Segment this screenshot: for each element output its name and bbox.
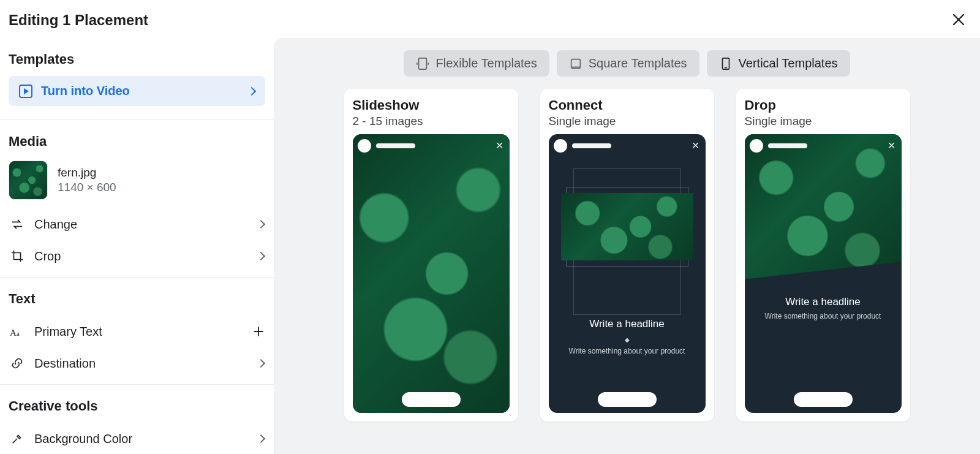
avatar xyxy=(358,139,371,153)
section-templates: Templates Turn into Video xyxy=(0,38,274,120)
plus-icon xyxy=(253,326,264,337)
media-item: fern.jpg 1140 × 600 xyxy=(9,158,265,208)
text-icon: Aa xyxy=(10,324,24,339)
tab-square[interactable]: Square Templates xyxy=(557,50,699,77)
tab-flexible-label: Flexible Templates xyxy=(435,56,537,70)
svg-text:a: a xyxy=(17,330,20,337)
preview-body: Write something about your product xyxy=(745,312,902,320)
body: Templates Turn into Video Media fern.jpg… xyxy=(0,38,980,454)
close-icon: × xyxy=(496,139,503,151)
section-title-media: Media xyxy=(9,134,265,149)
cta-pill xyxy=(402,392,461,407)
card-subtitle: Single image xyxy=(549,115,706,128)
tab-vertical-label: Vertical Templates xyxy=(739,56,838,70)
card-title: Connect xyxy=(549,97,706,113)
section-title-creative-tools: Creative tools xyxy=(9,398,265,414)
svg-rect-2 xyxy=(419,58,427,69)
section-title-text: Text xyxy=(9,291,265,307)
crop-icon xyxy=(10,249,24,263)
change-media-button[interactable]: Change xyxy=(9,208,265,240)
close-icon: × xyxy=(888,139,895,151)
template-tabs: Flexible Templates Square Templates Vert… xyxy=(292,50,962,77)
eyedropper-icon xyxy=(10,431,24,446)
tab-vertical[interactable]: Vertical Templates xyxy=(707,50,850,77)
template-card-connect[interactable]: Connect Single image × Write a headline … xyxy=(540,89,714,422)
preview-headline: Write a headline xyxy=(745,296,902,308)
close-button[interactable] xyxy=(949,11,968,29)
username-placeholder xyxy=(572,143,611,148)
media-filename: fern.jpg xyxy=(58,166,116,180)
chevron-right-icon xyxy=(257,252,265,260)
tab-square-label: Square Templates xyxy=(589,56,687,70)
primary-text-label: Primary Text xyxy=(34,325,102,339)
card-subtitle: 2 - 15 images xyxy=(353,115,510,128)
turn-into-video-left: Turn into Video xyxy=(19,84,130,98)
template-preview: × Write a headline ◆ Write something abo… xyxy=(549,134,706,413)
divider-icon: ◆ xyxy=(549,336,706,343)
preview-headline: Write a headline xyxy=(549,318,706,330)
section-title-templates: Templates xyxy=(9,51,265,67)
header: Editing 1 Placement xyxy=(0,0,980,38)
section-text: Text Aa Primary Text Destination xyxy=(0,278,274,385)
media-dimensions: 1140 × 600 xyxy=(58,181,116,194)
close-icon xyxy=(952,13,965,28)
username-placeholder xyxy=(768,143,807,148)
card-title: Slideshow xyxy=(353,97,510,113)
primary-text-button[interactable]: Aa Primary Text xyxy=(9,316,265,347)
bg-color-label: Background Color xyxy=(34,432,132,446)
svg-text:A: A xyxy=(10,328,17,338)
turn-into-video-label: Turn into Video xyxy=(41,84,130,98)
avatar xyxy=(750,139,763,153)
play-icon xyxy=(19,85,32,98)
tab-flexible[interactable]: Flexible Templates xyxy=(404,50,549,77)
template-preview: × xyxy=(353,134,510,413)
chevron-right-icon xyxy=(257,359,265,368)
section-creative-tools: Creative tools Background Color xyxy=(0,385,274,454)
media-thumbnail xyxy=(9,161,48,200)
template-preview: × Write a headline Write something about… xyxy=(745,134,902,413)
template-card-slideshow[interactable]: Slideshow 2 - 15 images × xyxy=(344,89,518,422)
template-card-drop[interactable]: Drop Single image × Write a headline Wri… xyxy=(736,89,910,422)
crop-button[interactable]: Crop xyxy=(9,240,265,272)
background-color-button[interactable]: Background Color xyxy=(9,423,265,454)
main-panel: Flexible Templates Square Templates Vert… xyxy=(274,38,980,454)
phone-icon xyxy=(719,57,733,70)
sidebar: Templates Turn into Video Media fern.jpg… xyxy=(0,38,274,454)
phone-landscape-icon xyxy=(416,57,429,70)
username-placeholder xyxy=(376,143,415,148)
card-subtitle: Single image xyxy=(745,115,902,128)
template-cards: Slideshow 2 - 15 images × Connect Single… xyxy=(292,89,962,422)
preview-body: Write something about your product xyxy=(549,347,706,355)
destination-label: Destination xyxy=(34,357,96,371)
destination-button[interactable]: Destination xyxy=(9,347,265,379)
page-title: Editing 1 Placement xyxy=(9,12,148,29)
cta-pill xyxy=(598,392,657,407)
chevron-right-icon xyxy=(257,220,265,229)
swap-icon xyxy=(10,217,24,232)
cta-pill xyxy=(794,392,853,407)
close-icon: × xyxy=(692,139,699,151)
square-icon xyxy=(569,57,582,70)
crop-label: Crop xyxy=(34,249,61,263)
turn-into-video-button[interactable]: Turn into Video xyxy=(9,76,265,106)
chevron-right-icon xyxy=(247,86,256,95)
avatar xyxy=(554,139,567,153)
card-title: Drop xyxy=(745,97,902,113)
section-media: Media fern.jpg 1140 × 600 Change xyxy=(0,120,274,278)
change-label: Change xyxy=(34,218,77,232)
link-icon xyxy=(10,356,24,371)
chevron-right-icon xyxy=(257,434,265,443)
